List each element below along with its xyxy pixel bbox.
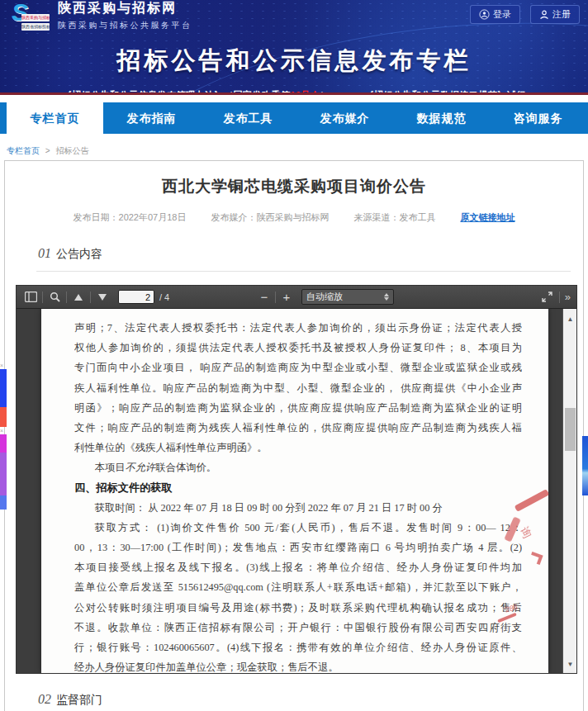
meta-item: 发布媒介：陕西采购与招标网 [211,211,329,224]
pdf-viewer: / 4 − + 自动缩放 » [16,285,577,674]
pdf-line: 专门面向中小企业项目， 响应产品的制造商应为中型企业或小型、微型企业或监狱企业或… [74,358,522,377]
close-icon[interactable]: × [0,362,7,369]
article-meta: 发布日期：2022年07月18日发布媒介：陕西采购与招标网来源渠道：发布工具 原… [5,211,583,224]
pdf-line: 盖单位公章后发送至 515612495@qq.com (注明联系人+联系电话+邮… [74,577,522,597]
pdf-line: 公对公转账时须注明项目编号及用途(标书费)；及时联系采购代理机构确认报名成功；售… [74,598,522,618]
page-title: 西北大学铜芯电缆采购项目询价公告 [5,176,583,197]
pdf-line: 声明；7、法定代表人授权委托书：法定代表人参加询价的，须出示身份证；法定代表人授 [74,318,522,338]
scrollbar-up-icon[interactable]: ▲ [563,315,576,323]
site-banner: S 陕西采购与招标网 陕西省招标投标协会 陕西采购与招标网 陕西采购与招标公共服… [0,0,588,95]
section-2-heading: 02监督部门 [38,692,583,708]
section-2-title: 监督部门 [56,693,102,706]
page-number-input[interactable] [118,290,154,304]
note-part-1: 《招标公告和公示信息发布管理办法》（国家发改委第 [62,90,290,95]
pdf-line: 四、招标文件的获取 [74,478,522,498]
left-widget-fragment[interactable] [0,453,7,495]
left-floating-widgets: ×× [0,362,7,510]
expand-arrows-icon[interactable] [538,288,557,306]
note-red-highlight: 10号令 [290,90,320,95]
left-widget-fragment[interactable] [0,407,7,427]
left-widget-fragment[interactable] [0,369,7,407]
nav-tab-6[interactable]: 咨询服务 [490,102,586,134]
banner-note: 《招标公告和公示信息发布管理办法》（国家发改委第10号令）《招标公告和公示数据接… [0,89,588,95]
source-link[interactable]: 原文链接地址 [460,211,514,224]
scrollbar-thumb[interactable] [565,408,576,451]
pdf-line: 00，13：30—17:00 (工作时间)；发售地点：西安市红缨路南口 6 号均… [74,538,522,557]
zoom-mode-value: 自动缩放 [306,291,343,303]
breadcrumb-separator: > [45,146,50,155]
nav-tab-2[interactable]: 发布指南 [103,102,200,134]
pdf-line: 本项目不允许联合体询价。 [74,457,522,477]
scrollbar-down-icon[interactable]: ▼ [563,661,576,668]
magnifier-icon[interactable] [45,288,64,306]
breadcrumb-current: 招标公告 [55,146,88,155]
previous-page-button[interactable] [69,288,88,306]
toolbar-more-button[interactable]: » [562,291,573,303]
meta-item: 发布日期：2022年07月18日 [74,211,187,224]
site-name: 陕西采购与招标网 [58,0,192,17]
zoom-mode-select[interactable]: 自动缩放 [301,289,394,305]
sidebar-toggle-icon[interactable] [21,288,40,306]
pdf-toolbar: / 4 − + 自动缩放 » [17,286,576,309]
pdf-body: 声明；7、法定代表人授权委托书：法定代表人参加询价的，须出示身份证；法定代表人授… [17,309,576,673]
page-total: / 4 [159,292,169,302]
register-label: 注册 [552,8,571,21]
arrow-up-icon [74,294,83,301]
nav-tabs: 专栏首页发布指南发布工具发布媒介数据规范咨询服务 [0,102,588,134]
nav-tab-4[interactable]: 发布媒介 [296,102,393,134]
logo-plate-1: 陕西采购与招标网 [21,14,50,21]
pdf-line: 行；银行账号：102460065607。(4)线下报名：携带有效的单位介绍信、经… [74,638,522,657]
section-2-number: 02 [38,692,51,706]
pdf-line: 获取时间： 从 2022 年 07 月 18 日 09 时 00 分到 2022… [74,498,522,518]
nav-tab-1[interactable]: 专栏首页 [7,102,103,140]
note-part-2: ） [320,90,330,95]
site-logo[interactable]: S 陕西采购与招标网 陕西省招标投标协会 陕西采购与招标网 陕西采购与招标公共服… [10,3,192,33]
nav-tab-3[interactable]: 发布工具 [200,102,296,134]
site-subtitle: 陕西采购与招标公共服务平台 [58,20,192,31]
close-icon[interactable]: × [0,427,7,434]
pdf-line: 本项目接受线上报名及线下报名。(3)线上报名：将单位介绍信、经办人身份证复印件均… [74,557,522,577]
pdf-line: 不退。收款单位：陕西正信招标有限公司；开户银行：中国银行股份有限公司西安四府街支 [74,618,522,638]
login-label: 登录 [493,8,511,21]
pdf-text: 声明；7、法定代表人授权委托书：法定代表人参加询价的，须出示身份证；法定代表人授… [41,309,548,673]
up-down-caret-icon [384,293,389,301]
breadcrumb-home-link[interactable]: 专栏首页 [7,146,40,155]
logo-mark-icon: S 陕西采购与招标网 陕西省招标投标协会 [10,3,51,33]
next-page-button[interactable] [93,288,111,306]
pdf-scrollbar[interactable]: ▲ ▼ [562,309,576,673]
left-widget-fragment[interactable] [0,434,7,453]
pdf-line: 经办人身份证复印件加盖单位公章；现金获取；售后不退。 [74,657,522,673]
pdf-line: 获取方式： (1)询价文件售价 500 元/套(人民币)，售后不退。发售时间 9… [74,518,522,538]
banner-title: 招标公告和公示信息发布专栏 [0,45,588,78]
login-button[interactable]: 登录 [470,5,520,24]
article-card: 西北大学铜芯电缆采购项目询价公告 发布日期：2022年07月18日发布媒介：陕西… [4,160,584,711]
zoom-in-button[interactable]: + [278,290,295,304]
arrow-down-icon [98,294,107,301]
pdf-line: 疾人福利性单位。响应产品的制造商为中型、小型、微型企业的， 供应商提供《中小企业… [74,378,522,398]
pdf-line: 明函》；响应产品的制造商为监狱企业的，供应商应提供响应产品制造商为监狱企业的证明 [74,398,522,418]
section-1-title: 公告内容 [56,247,102,260]
meta-item: 来源渠道：发布工具 [353,211,435,224]
right-floating-widget[interactable] [582,436,588,495]
user-icon [539,10,549,20]
pdf-line: 利性单位的《残疾人福利性单位声明函》。 [74,438,522,457]
pdf-line: 文件；响应产品的制造商为残疾人福利性单位的，供应商应提供响应产品制造商为残疾人福 [74,418,522,438]
section-divider [36,271,571,272]
section-1-number: 01 [38,246,51,260]
nav-tab-5[interactable]: 数据规范 [393,102,490,134]
section-1-heading: 01公告内容 [38,246,583,262]
pdf-page: 声明；7、法定代表人授权委托书：法定代表人参加询价的，须出示身份证；法定代表人授… [41,309,548,673]
page: S 陕西采购与招标网 陕西省招标投标协会 陕西采购与招标网 陕西采购与招标公共服… [0,0,588,711]
meta-items: 发布日期：2022年07月18日发布媒介：陕西采购与招标网来源渠道：发布工具 [74,211,436,224]
logo-plate-2: 陕西省招标投标协会 [21,23,50,31]
zoom-out-button[interactable]: − [256,290,273,304]
pdf-line: 权他人参加询价的，须提供法定代表人授权委托书及被授权人身份证复印件； 8、本项目… [74,338,522,358]
right-widget-fragment[interactable] [582,436,588,495]
note-part-3: 《招标公告和公示数据接口规范》试行 [364,90,526,95]
left-widget-fragment[interactable] [0,495,7,510]
register-button[interactable]: 注册 [530,5,580,24]
user-circle-icon [479,9,490,20]
